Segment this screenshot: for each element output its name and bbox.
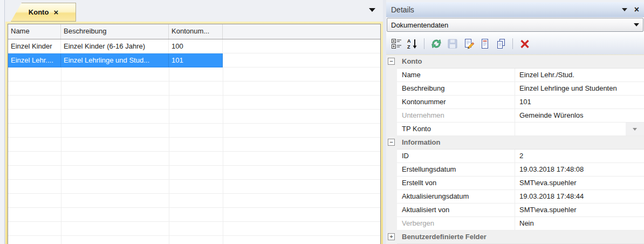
window-position-menu-icon[interactable] [622, 8, 627, 11]
property-value-dropdown[interactable] [515, 123, 644, 135]
property-label: Erstellt von [397, 177, 515, 189]
property-label: Unternehmen [397, 109, 515, 122]
edit-icon [463, 38, 475, 50]
property-value[interactable]: Gemeinde Würenlos [515, 109, 644, 122]
cell-empty [223, 39, 380, 53]
details-close-icon[interactable]: × [634, 5, 639, 14]
details-caption-bar: Details × [386, 2, 644, 17]
collapse-toggle-icon[interactable]: − [388, 139, 395, 146]
property-label: ID [397, 150, 515, 162]
property-label: Aktualisierungsdatum [397, 190, 515, 203]
column-header-beschreibung[interactable]: Beschreibung [61, 24, 169, 39]
copy-icon [495, 38, 507, 50]
table-empty-area [8, 67, 380, 244]
sort-az-icon: A Z [407, 38, 419, 50]
table-row-selected[interactable]: Einzel Lehr.... Einzel Lehrlinge und Stu… [8, 53, 380, 67]
toolbar-separator [512, 38, 513, 49]
dropdown-button[interactable] [626, 123, 644, 135]
refresh-button[interactable] [429, 37, 443, 51]
document-icon [479, 38, 491, 50]
chevron-down-icon [634, 23, 639, 26]
property-row-aktualisierungsdatum[interactable]: Aktualisierungsdatum 19.03.2018 17:48:44 [386, 190, 644, 204]
property-row-verbergen[interactable]: Verbergen Nein [386, 217, 644, 231]
column-header-empty [223, 24, 380, 39]
expand-toggle-icon[interactable]: + [388, 233, 395, 240]
property-value[interactable]: 101 [515, 96, 644, 109]
property-value[interactable]: Nein [515, 217, 644, 230]
property-row-tp-konto[interactable]: TP Konto [386, 123, 644, 136]
property-label: TP Konto [397, 123, 515, 135]
details-title: Details [391, 5, 414, 14]
details-toolbar: A Z [386, 33, 644, 55]
property-row-erstellungsdatum[interactable]: Erstellungsdatum 19.03.2018 17:48:08 [386, 163, 644, 177]
property-label: Aktualisiert von [397, 204, 515, 216]
section-konto[interactable]: − Konto [386, 55, 644, 69]
cell-name[interactable]: Einzel Kinder [8, 39, 61, 53]
svg-text:Z: Z [407, 44, 410, 50]
property-value[interactable]: 2 [515, 150, 644, 162]
save-button[interactable] [446, 37, 459, 51]
cell-kontonummer[interactable]: 100 [169, 39, 223, 53]
section-label: Konto [397, 55, 422, 68]
property-row-erstellt-von[interactable]: Erstellt von SMT\eva.spuehler [386, 177, 644, 190]
cell-beschreibung[interactable]: Einzel Kinder (6-16 Jahre) [61, 39, 169, 53]
property-value[interactable]: Einzel Lehrlinge und Studenten [515, 82, 644, 95]
tab-konto-label: Konto [29, 8, 49, 16]
konto-table: Name Beschreibung Kontonum... Einzel Kin… [8, 24, 381, 244]
property-row-kontonummer[interactable]: Kontonummer 101 [386, 96, 644, 109]
column-header-kontonummer[interactable]: Kontonum... [169, 24, 223, 39]
document-tab-strip: Konto × [5, 0, 383, 22]
property-value[interactable]: Einzel Lehr./Stud. [515, 69, 644, 82]
tab-close-icon[interactable]: × [53, 8, 58, 16]
property-label: Kontonummer [397, 96, 515, 109]
table-header-row: Name Beschreibung Kontonum... [8, 24, 380, 39]
property-row-unternehmen[interactable]: Unternehmen Gemeinde Würenlos [386, 109, 644, 123]
property-label: Verbergen [397, 217, 515, 230]
application-window: Konto × Name Beschreibung Kontonum... Ei… [0, 0, 644, 244]
active-document-frame: Name Beschreibung Kontonum... Einzel Kin… [5, 22, 383, 244]
collapse-toggle-icon[interactable]: − [388, 58, 395, 65]
property-row-beschreibung[interactable]: Beschreibung Einzel Lehrlinge und Studen… [386, 82, 644, 96]
sort-az-button[interactable]: A Z [406, 37, 419, 51]
cell-empty [223, 53, 380, 67]
refresh-icon [430, 38, 442, 50]
categorize-button[interactable] [389, 37, 403, 51]
property-value[interactable]: 19.03.2018 17:48:08 [515, 163, 644, 176]
dock-edge-strip [0, 0, 5, 244]
section-information[interactable]: − Information [386, 136, 644, 150]
document-button[interactable] [478, 37, 491, 51]
cell-beschreibung[interactable]: Einzel Lehrlinge und Stud... [61, 53, 169, 67]
categorize-icon [390, 38, 402, 50]
tab-konto[interactable]: Konto × [11, 3, 76, 22]
property-row-name[interactable]: Name Einzel Lehr./Stud. [386, 69, 644, 82]
property-value[interactable]: SMT\eva.spuehler [515, 177, 644, 189]
property-label: Name [397, 69, 515, 82]
document-list-dropdown-icon[interactable] [369, 8, 375, 12]
delete-button[interactable] [518, 37, 531, 51]
section-label: Benutzerdefinierte Felder [397, 231, 487, 243]
property-label: Erstellungsdatum [397, 163, 515, 176]
property-label: Beschreibung [397, 82, 515, 95]
save-icon [447, 38, 458, 50]
cell-name[interactable]: Einzel Lehr.... [8, 53, 61, 67]
combobox-value: Dokumentendaten [391, 21, 448, 29]
chevron-down-icon [633, 128, 637, 131]
section-benutzerdefinierte-felder[interactable]: + Benutzerdefinierte Felder [386, 231, 644, 244]
toolbar-separator [424, 38, 424, 49]
property-row-aktualisiert-von[interactable]: Aktualisiert von SMT\eva.spuehler [386, 204, 644, 217]
copy-button[interactable] [494, 37, 508, 51]
table-row[interactable]: Einzel Kinder Einzel Kinder (6-16 Jahre)… [8, 39, 380, 53]
cell-kontonummer[interactable]: 101 [169, 53, 223, 67]
property-row-id[interactable]: ID 2 [386, 150, 644, 163]
property-value[interactable]: 19.03.2018 17:48:44 [515, 190, 644, 203]
property-value[interactable]: SMT\eva.spuehler [515, 204, 644, 216]
details-tool-window: Details × Dokumentendaten [386, 0, 644, 244]
delete-icon [519, 38, 531, 50]
edit-button[interactable] [462, 37, 475, 51]
detail-view-combobox[interactable]: Dokumentendaten [387, 18, 643, 32]
property-grid: − Konto Name Einzel Lehr./Stud. Beschrei… [386, 55, 644, 244]
svg-text:A: A [407, 38, 411, 44]
section-label: Information [397, 136, 441, 149]
column-header-name[interactable]: Name [8, 24, 61, 39]
